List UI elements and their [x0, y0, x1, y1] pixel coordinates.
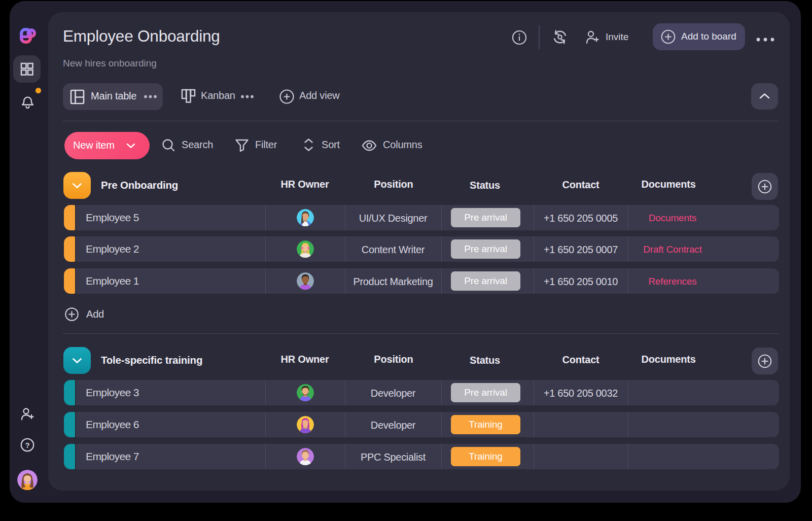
- svg-text:?: ?: [25, 441, 29, 449]
